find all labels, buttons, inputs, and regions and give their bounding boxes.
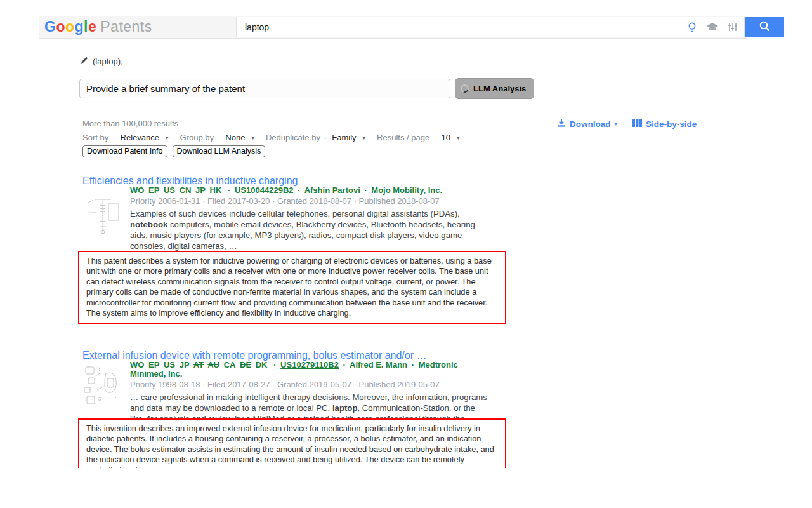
query-text: (laptop);	[93, 57, 123, 66]
llm-analysis-button[interactable]: LLM Analysis	[455, 78, 534, 99]
logo-letter: o	[65, 18, 75, 35]
download-patent-info-button[interactable]: Download Patent Info	[82, 145, 167, 157]
results-count: More than 100,000 results	[82, 119, 178, 128]
download-link[interactable]: Download ▾	[557, 118, 617, 130]
results-per-page-dropdown[interactable]: 10	[442, 133, 450, 142]
download-llm-analysis-button[interactable]: Download LLM Analysis	[173, 145, 266, 157]
logo-product-label: Patents	[100, 18, 152, 35]
sort-by-label: Sort by	[82, 133, 108, 142]
publication-line: WO EP US JP AT AU CA DE DK · US10279110B…	[130, 361, 489, 378]
download-link-label: Download	[570, 119, 611, 129]
group-by-dropdown[interactable]: None	[225, 133, 245, 142]
snippet-text: Examples of such devices include cellula…	[130, 209, 460, 218]
dates-line: Priority 1998-08-18 · Filed 2017-08-27 ·…	[130, 380, 489, 389]
inventor-name: Alfred E. Mann	[350, 360, 407, 370]
side-by-side-link[interactable]: Side-by-side	[632, 119, 697, 129]
result-details: WO EP US CN JP HK · US10044229B2 · Afshi…	[130, 186, 489, 251]
deduplicate-by-dropdown[interactable]: Family	[332, 133, 356, 142]
google-patents-logo[interactable]: GooglePatents	[44, 18, 152, 36]
search-box	[236, 17, 745, 37]
header-bar: GooglePatents	[39, 16, 747, 39]
country-code: WO	[130, 185, 144, 195]
llm-summary-box: This patent describes a system for induc…	[78, 251, 506, 324]
country-code: JP	[180, 360, 190, 370]
edit-pencil-icon[interactable]	[81, 57, 88, 66]
chevron-down-icon[interactable]: ▾	[457, 135, 460, 141]
logo-letter: e	[88, 18, 96, 35]
separator-dot: ·	[112, 133, 115, 142]
llm-summary-box: This invention describes an improved ext…	[78, 418, 506, 468]
country-code: US	[164, 185, 175, 195]
chevron-down-icon[interactable]: ▾	[166, 135, 169, 141]
publication-number-link[interactable]: US10279110B2	[280, 360, 339, 370]
results-toolbar: Download ▾ Side-by-side	[557, 118, 697, 130]
country-code: AT	[193, 360, 204, 370]
country-code: HK	[210, 185, 222, 195]
llm-prompt-input[interactable]	[79, 79, 450, 98]
result-snippet: Examples of such devices include cellula…	[130, 208, 489, 251]
tune-settings-icon[interactable]	[726, 21, 739, 34]
country-code: JP	[195, 185, 206, 195]
separator-dot: ·	[433, 133, 436, 142]
logo-letter: l	[84, 18, 88, 35]
side-by-side-label: Side-by-side	[646, 119, 697, 129]
magnifier-icon	[759, 20, 771, 34]
llm-summary-box-clipped: This invention describes an improved ext…	[78, 418, 509, 468]
logo-letter: o	[56, 18, 65, 35]
country-code: US	[164, 360, 175, 370]
action-buttons-row: Download Patent Info Download LLM Analys…	[82, 145, 265, 157]
country-code: DE	[240, 360, 251, 370]
sort-bar: Sort by · Relevance ▾ Group by · None ▾ …	[82, 133, 468, 142]
sort-by-dropdown[interactable]: Relevance	[121, 133, 159, 142]
country-code: CA	[224, 360, 236, 370]
llm-analysis-button-label: LLM Analysis	[473, 84, 526, 93]
search-input[interactable]	[237, 17, 643, 37]
assignee-name: Mojo Mobility, Inc.	[371, 185, 442, 195]
lightbulb-icon[interactable]	[686, 21, 698, 34]
snippet-text: computers, mobile email devices, Blackbe…	[130, 220, 475, 251]
country-code: EP	[148, 360, 159, 370]
chevron-down-icon[interactable]: ▾	[251, 135, 254, 141]
separator-dot: ·	[218, 133, 220, 142]
separator-dot: ·	[273, 360, 276, 370]
separator-dot: ·	[343, 360, 346, 370]
separator-dot: ·	[412, 360, 414, 370]
country-code: CN	[180, 185, 192, 195]
separator-dot: ·	[324, 133, 327, 142]
inventor-name: Afshin Partovi	[304, 185, 360, 195]
scholar-cap-icon[interactable]	[706, 21, 719, 34]
logo-letter: G	[44, 18, 56, 35]
spinner-icon	[459, 83, 470, 94]
chevron-down-icon: ▾	[615, 121, 618, 127]
country-code: WO	[130, 360, 144, 370]
patent-thumbnail[interactable]	[81, 194, 125, 239]
group-by-label: Group by	[180, 133, 214, 142]
patent-thumbnail[interactable]	[81, 362, 125, 408]
country-code: EP	[148, 185, 159, 195]
snippet-highlight: laptop	[332, 403, 358, 413]
download-icon	[557, 118, 566, 130]
separator-dot: ·	[228, 185, 230, 195]
publication-number-link[interactable]: US10044229B2	[235, 185, 294, 195]
snippet-highlight: notebook	[130, 220, 167, 229]
deduplicate-by-label: Deduplicate by	[266, 133, 320, 142]
separator-dot: ·	[298, 185, 300, 195]
country-code: AU	[207, 360, 219, 370]
query-line: (laptop);	[81, 57, 123, 66]
search-submit-button[interactable]	[745, 17, 784, 37]
country-code: DK	[256, 360, 268, 370]
chevron-down-icon[interactable]: ▾	[363, 135, 366, 141]
dates-line: Priority 2006-01-31 · Filed 2017-03-20 ·…	[130, 196, 489, 206]
results-per-page-label: Results / page	[377, 133, 429, 142]
side-by-side-icon	[632, 119, 642, 129]
separator-dot: ·	[364, 185, 367, 195]
publication-line: WO EP US CN JP HK · US10044229B2 · Afshi…	[130, 186, 489, 195]
logo-letter: g	[75, 18, 84, 35]
